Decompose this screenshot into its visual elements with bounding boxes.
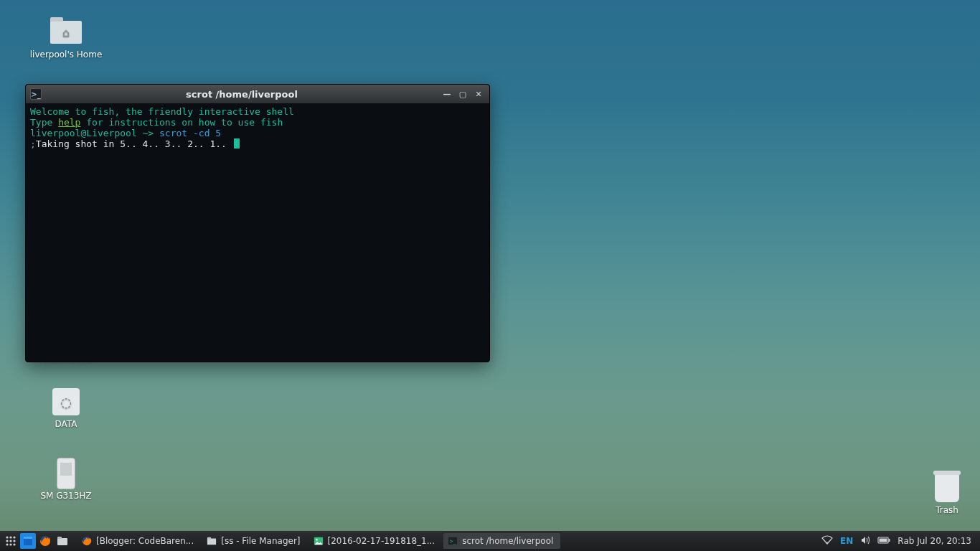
battery-icon[interactable] bbox=[877, 536, 890, 547]
volume-icon[interactable] bbox=[860, 535, 870, 547]
desktop: liverpool's Home capture.png con.png Fau… bbox=[0, 0, 980, 551]
taskbar: [Blogger: CodeBaren... [ss - File Manage… bbox=[0, 531, 980, 551]
terminal-prompt-sep: ~> bbox=[143, 128, 159, 138]
svg-rect-16 bbox=[207, 537, 211, 540]
taskbar-item-label: [Blogger: CodeBaren... bbox=[96, 536, 194, 546]
desktop-icon-trash[interactable]: Trash bbox=[904, 474, 980, 515]
terminal-icon: >_ bbox=[448, 536, 458, 546]
taskbar-item-label: [ss - File Manager] bbox=[221, 536, 300, 546]
svg-rect-24 bbox=[889, 539, 890, 542]
svg-point-18 bbox=[316, 539, 318, 541]
taskbar-item-blogger[interactable]: [Blogger: CodeBaren... bbox=[77, 533, 201, 549]
desktop-icon-label: Trash bbox=[936, 505, 958, 515]
system-tray: EN Rab Jul 20, 20:13 bbox=[821, 535, 977, 547]
svg-point-7 bbox=[9, 543, 11, 545]
terminal-help-link[interactable]: help bbox=[58, 117, 80, 128]
svg-rect-15 bbox=[207, 539, 216, 545]
desktop-icon-home[interactable]: liverpool's Home bbox=[23, 18, 109, 60]
file-manager-icon bbox=[207, 536, 217, 546]
terminal-line: Welcome to fish, the friendly interactiv… bbox=[30, 106, 294, 117]
terminal-command: scrot bbox=[159, 128, 193, 138]
svg-rect-13 bbox=[57, 537, 62, 539]
file-manager-launcher-icon[interactable] bbox=[55, 533, 70, 549]
terminal-line-prefix: ; bbox=[30, 138, 36, 149]
taskbar-item-terminal[interactable]: >_ scrot /home/liverpool bbox=[443, 533, 560, 549]
firefox-icon bbox=[82, 536, 92, 546]
image-viewer-icon bbox=[314, 536, 324, 546]
terminal-cursor bbox=[234, 138, 240, 149]
taskbar-item-label: scrot /home/liverpool bbox=[462, 536, 553, 546]
svg-rect-12 bbox=[57, 538, 67, 545]
terminal-window[interactable]: >_ scrot /home/liverpool — ▢ ✕ Welcome t… bbox=[25, 84, 490, 362]
window-titlebar[interactable]: >_ scrot /home/liverpool — ▢ ✕ bbox=[26, 85, 489, 103]
desktop-icon-label: SM G313HZ bbox=[40, 491, 91, 501]
phone-icon bbox=[57, 458, 75, 489]
desktop-icon-data[interactable]: ◌ DATA bbox=[23, 387, 109, 429]
folder-home-icon bbox=[50, 21, 82, 44]
firefox-launcher-icon[interactable] bbox=[37, 533, 53, 549]
svg-point-8 bbox=[13, 543, 15, 545]
terminal-line-part: for instructions on how to use fish bbox=[80, 117, 283, 128]
taskbar-item-label: [2016-02-17-191818_1... bbox=[328, 536, 435, 546]
terminal-prompt-user: liverpool@Liverpool bbox=[30, 128, 143, 138]
disk-icon: ◌ bbox=[52, 388, 80, 415]
window-maximize-button[interactable]: ▢ bbox=[456, 88, 469, 100]
terminal-output: Taking shot in 5.. 4.. 3.. 2.. 1.. bbox=[36, 138, 232, 149]
taskbar-item-image-viewer[interactable]: [2016-02-17-191818_1... bbox=[309, 533, 443, 549]
wifi-icon[interactable] bbox=[821, 535, 833, 547]
window-title: scrot /home/liverpool bbox=[46, 89, 438, 100]
svg-point-4 bbox=[9, 540, 11, 542]
svg-point-5 bbox=[13, 540, 15, 542]
svg-point-1 bbox=[9, 536, 11, 538]
terminal-line-part: Type bbox=[30, 117, 58, 128]
show-desktop-icon[interactable] bbox=[20, 533, 36, 549]
svg-point-6 bbox=[6, 543, 8, 545]
app-menu-icon[interactable] bbox=[3, 533, 19, 549]
window-close-button[interactable]: ✕ bbox=[472, 88, 485, 100]
svg-rect-23 bbox=[880, 538, 887, 542]
desktop-icon-phone[interactable]: SM G313HZ bbox=[23, 459, 109, 501]
taskbar-item-file-manager[interactable]: [ss - File Manager] bbox=[202, 533, 307, 549]
svg-text:>_: >_ bbox=[450, 538, 457, 545]
keyboard-layout-indicator[interactable]: EN bbox=[840, 536, 853, 546]
window-minimize-button[interactable]: — bbox=[440, 88, 453, 100]
trash-icon bbox=[935, 474, 959, 502]
terminal-titlebar-icon: >_ bbox=[30, 88, 42, 100]
svg-rect-10 bbox=[24, 537, 32, 539]
svg-point-21 bbox=[826, 542, 829, 544]
desktop-icon-label: liverpool's Home bbox=[30, 50, 103, 60]
clock[interactable]: Rab Jul 20, 20:13 bbox=[897, 536, 971, 546]
terminal-command-args: -cd 5 bbox=[193, 128, 221, 138]
terminal-body[interactable]: Welcome to fish, the friendly interactiv… bbox=[26, 103, 489, 362]
desktop-icon-label: DATA bbox=[55, 419, 77, 429]
svg-point-0 bbox=[6, 536, 8, 538]
svg-point-3 bbox=[6, 540, 8, 542]
svg-point-2 bbox=[13, 536, 15, 538]
